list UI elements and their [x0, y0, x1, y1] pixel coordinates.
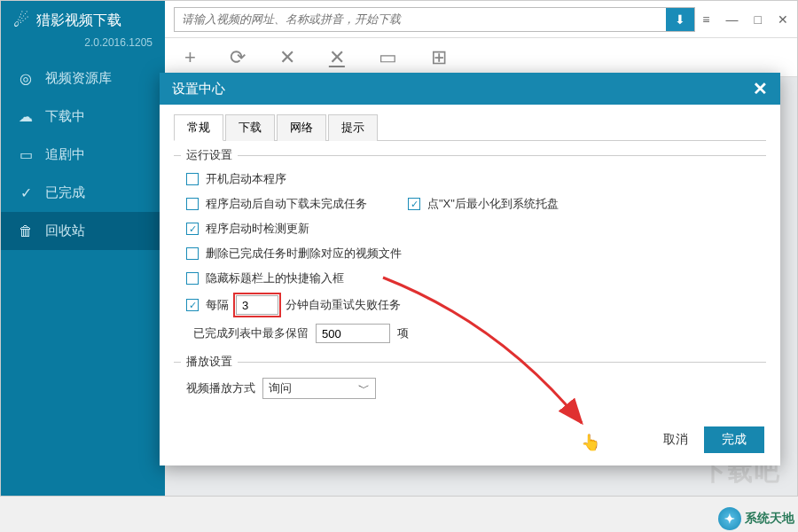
maximize-button[interactable]: □ — [755, 12, 762, 27]
settings-dialog: 设置中心 ✕ 常规 下载 网络 提示 运行设置 开机启动本程序 程序启动后自动下… — [160, 73, 780, 466]
sidebar: ☄ 猎影视频下载 2.0.2016.1205 ◎ 视频资源库 ☁ 下载中 ▭ 追… — [1, 1, 165, 496]
input-keep-count[interactable] — [316, 324, 390, 343]
label-keep-prefix: 已完成列表中最多保留 — [193, 325, 309, 341]
legend-play: 播放设置 — [181, 354, 238, 370]
cb-resume-on-start[interactable] — [186, 198, 199, 210]
menu-button[interactable]: ≡ — [702, 12, 709, 27]
label-minimize-on-x: 点"X"后最小化到系统托盘 — [427, 196, 559, 212]
dialog-tabs: 常规 下载 网络 提示 — [174, 113, 766, 141]
toolbar-add[interactable]: + — [184, 46, 196, 69]
cb-minimize-on-x[interactable] — [408, 198, 420, 210]
chevron-down-icon: ﹀ — [358, 380, 370, 396]
label-retry-suffix: 分钟自动重试失败任务 — [286, 297, 401, 313]
legend-run: 运行设置 — [181, 147, 238, 163]
dialog-titlebar: 设置中心 ✕ — [160, 73, 780, 105]
label-start-on-boot: 开机启动本程序 — [206, 171, 286, 187]
sidebar-item-completed[interactable]: ✓ 已完成 — [1, 174, 165, 212]
cb-check-update[interactable] — [186, 223, 199, 235]
label-check-update: 程序启动时检测更新 — [206, 221, 309, 237]
toolbar-delete[interactable]: ✕ — [279, 46, 295, 69]
search-input[interactable] — [175, 12, 666, 26]
sidebar-item-series[interactable]: ▭ 追剧中 — [1, 136, 165, 174]
ok-button[interactable]: 完成 — [704, 426, 764, 453]
select-play-mode[interactable]: 询问 ﹀ — [262, 378, 376, 399]
label-delete-video: 删除已完成任务时删除对应的视频文件 — [206, 246, 402, 262]
toolbar: + ⟳ ✕ ✕ ▭ ⊞ — [165, 38, 797, 77]
footer-text: 系统天地 — [745, 511, 794, 527]
cancel-button[interactable]: 取消 — [663, 432, 688, 448]
dialog-footer: 取消 完成 — [160, 418, 780, 466]
sidebar-item-label: 下载中 — [45, 108, 85, 125]
label-resume-on-start: 程序启动后自动下载未完成任务 — [206, 196, 367, 212]
top-bar: ⬇ ≡ — □ ✕ — [165, 1, 797, 38]
toolbar-delete-all[interactable]: ✕ — [329, 46, 345, 69]
tab-general[interactable]: 常规 — [174, 114, 223, 141]
tab-hint[interactable]: 提示 — [328, 114, 378, 141]
tv-icon: ▭ — [17, 146, 35, 163]
label-hide-quickinput: 隐藏标题栏上的快捷输入框 — [206, 270, 344, 286]
sidebar-item-label: 回收站 — [45, 223, 85, 239]
sidebar-item-downloading[interactable]: ☁ 下载中 — [1, 98, 165, 136]
sidebar-item-recycle[interactable]: 🗑 回收站 — [1, 212, 165, 250]
app-version: 2.0.2016.1205 — [1, 36, 165, 59]
search-wrap: ⬇ — [174, 7, 695, 32]
window-controls: ≡ — □ ✕ — [702, 12, 788, 27]
app-logo-icon: ☄ — [13, 10, 29, 31]
toolbar-window[interactable]: ▭ — [379, 46, 397, 69]
cloud-download-icon: ☁ — [17, 108, 35, 125]
minimize-button[interactable]: — — [726, 12, 739, 27]
select-play-mode-value: 询问 — [269, 380, 292, 396]
cb-retry[interactable] — [186, 299, 199, 311]
tab-download[interactable]: 下载 — [225, 114, 275, 141]
fieldset-play: 播放设置 视频播放方式 询问 ﹀ — [174, 362, 766, 403]
fieldset-run: 运行设置 开机启动本程序 程序启动后自动下载未完成任务 点"X"后最小化到系统托… — [174, 155, 766, 348]
app-brand: ☄ 猎影视频下载 — [1, 1, 165, 36]
input-retry-minutes[interactable] — [236, 295, 278, 315]
toolbar-grid[interactable]: ⊞ — [431, 46, 447, 69]
cb-start-on-boot[interactable] — [186, 173, 199, 185]
search-button[interactable]: ⬇ — [666, 8, 694, 31]
sidebar-item-label: 追剧中 — [45, 146, 85, 163]
tab-network[interactable]: 网络 — [277, 114, 326, 141]
cb-delete-video[interactable] — [186, 247, 199, 260]
toolbar-refresh[interactable]: ⟳ — [230, 46, 246, 69]
globe-icon: ✦ — [718, 507, 741, 530]
dialog-title: 设置中心 — [172, 81, 225, 98]
footer-badge: ✦ 系统天地 — [718, 507, 794, 530]
dialog-close-button[interactable]: ✕ — [753, 78, 768, 99]
label-play-mode: 视频播放方式 — [186, 380, 255, 396]
sidebar-item-library[interactable]: ◎ 视频资源库 — [1, 59, 165, 98]
cb-hide-quickinput[interactable] — [186, 272, 199, 285]
trash-icon: 🗑 — [17, 223, 35, 239]
close-window-button[interactable]: ✕ — [778, 12, 788, 27]
check-circle-icon: ✓ — [17, 184, 35, 201]
label-retry-prefix: 每隔 — [206, 297, 229, 313]
download-icon: ⬇ — [675, 12, 685, 27]
label-keep-suffix: 项 — [397, 325, 409, 341]
sidebar-item-label: 已完成 — [45, 184, 85, 201]
compass-icon: ◎ — [17, 70, 35, 87]
app-title: 猎影视频下载 — [36, 12, 121, 30]
sidebar-item-label: 视频资源库 — [45, 70, 112, 87]
